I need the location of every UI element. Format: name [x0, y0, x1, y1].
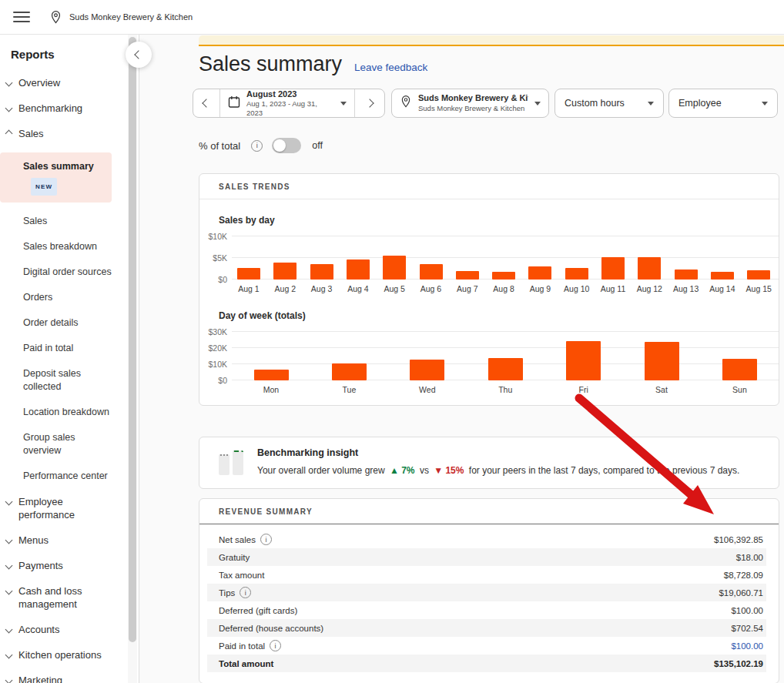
bar-aug-11[interactable] — [601, 257, 625, 280]
x-axis-label: Aug 8 — [493, 284, 514, 293]
info-icon[interactable]: i — [251, 140, 263, 152]
sidebar-item-label: Location breakdown — [23, 406, 131, 419]
row-label: Paid in total — [219, 641, 265, 651]
previous-period-button[interactable] — [193, 89, 219, 117]
sidebar-item-sales[interactable]: Sales — [0, 127, 122, 140]
sidebar-item-marketing[interactable]: Marketing — [0, 674, 122, 683]
sidebar-item-sales[interactable]: Sales — [0, 215, 131, 228]
bar-aug-4[interactable] — [347, 259, 370, 280]
caret-down-icon — [648, 102, 654, 105]
x-axis-label: Aug 12 — [637, 284, 662, 293]
next-period-button[interactable] — [355, 89, 384, 117]
bar-aug-8[interactable] — [492, 272, 515, 280]
gridline — [232, 347, 779, 348]
sidebar-item-kitchen-operations[interactable]: Kitchen operations — [0, 648, 122, 661]
sidebar-item-payments[interactable]: Payments — [0, 559, 122, 572]
sidebar-item-label: Orders — [23, 291, 131, 304]
sidebar-item-order-details[interactable]: Order details — [0, 316, 131, 330]
chevron-down-icon — [5, 626, 13, 634]
sidebar-item-group-sales-overview[interactable]: Group salesoverview — [0, 431, 131, 457]
bar-aug-7[interactable] — [456, 271, 479, 280]
sidebar-collapse-button[interactable] — [126, 42, 152, 68]
percent-of-total-toggle[interactable] — [272, 138, 301, 153]
sidebar-item-label: Order details — [23, 316, 131, 330]
leave-feedback-link[interactable]: Leave feedback — [354, 62, 427, 73]
bar-aug-5[interactable] — [383, 256, 406, 280]
sidebar-item-label: Kitchen operations — [18, 648, 102, 661]
benchmark-insight-card: Benchmarking insight Your overall order … — [199, 437, 779, 489]
x-axis-label: Aug 2 — [275, 284, 296, 293]
bar-aug-9[interactable] — [528, 266, 551, 280]
sidebar-item-location-breakdown[interactable]: Location breakdown — [0, 406, 131, 419]
bar-mon[interactable] — [254, 370, 289, 380]
bar-aug-6[interactable] — [420, 264, 443, 280]
sidebar-item-sales-breakdown[interactable]: Sales breakdown — [0, 240, 131, 253]
info-icon[interactable]: i — [240, 587, 251, 598]
bar-aug-14[interactable] — [711, 272, 734, 280]
sidebar-item-label: Sales summary — [23, 160, 112, 173]
bar-tue[interactable] — [332, 363, 367, 380]
bar-fri[interactable] — [566, 341, 601, 380]
hamburger-menu-icon[interactable] — [13, 12, 30, 22]
percent-of-total-label: % of total — [199, 140, 240, 152]
bar-aug-12[interactable] — [638, 257, 661, 280]
sidebar-title: Reports — [0, 34, 139, 61]
bar-aug-2[interactable] — [273, 263, 297, 280]
sidebar-item-sales-summary[interactable]: Sales summaryNEW — [0, 152, 112, 203]
x-axis-label: Tue — [343, 385, 357, 394]
date-range-title: August 2023 — [246, 89, 334, 99]
info-icon[interactable]: i — [270, 640, 281, 651]
sidebar-item-label: Paid in total — [23, 342, 131, 355]
bar-sat[interactable] — [645, 342, 679, 380]
location-filter-title: Suds Monkey Brewery & Kitchen — [418, 93, 528, 104]
x-axis-label: Aug 7 — [457, 284, 477, 293]
row-value: $106,392.85 — [714, 535, 763, 544]
percent-of-total-row: % of total i off — [199, 138, 779, 153]
revenue-row-deferred-house-accounts: Deferred (house accounts)$702.54 — [207, 619, 766, 637]
x-axis-label: Thu — [498, 385, 512, 394]
sidebar-item-performance-center[interactable]: Performance center — [0, 470, 131, 483]
sidebar-item-label: Overview — [18, 76, 60, 89]
y-tick-label: $10K — [199, 232, 227, 241]
row-value: $19,060.71 — [719, 588, 763, 598]
sidebar-item-menus[interactable]: Menus — [0, 534, 122, 547]
custom-hours-dropdown[interactable]: Custom hours — [554, 89, 664, 118]
revenue-row-tax-amount: Tax amount$8,728.09 — [207, 566, 766, 584]
current-location-label[interactable]: Suds Monkey Brewery & Kitchen — [69, 12, 193, 22]
date-range-dropdown[interactable]: August 2023 Aug 1, 2023 - Aug 31, 2023 — [219, 89, 355, 117]
employee-dropdown[interactable]: Employee — [668, 89, 778, 118]
chevron-down-icon — [5, 651, 13, 659]
bar-aug-10[interactable] — [565, 268, 588, 280]
bar-aug-15[interactable] — [747, 270, 770, 280]
sales-trends-card: SALES TRENDS Sales by day $0$5K$10K Aug … — [199, 173, 779, 406]
bar-sun[interactable] — [722, 359, 757, 380]
revenue-row-net-sales: Net salesi$106,392.85 — [207, 531, 766, 548]
sidebar-item-orders[interactable]: Orders — [0, 291, 131, 304]
sidebar-scrollbar-thumb[interactable] — [129, 37, 136, 642]
sidebar-item-digital-order-sources[interactable]: Digital order sources — [0, 266, 131, 279]
x-axis-label: Mon — [263, 385, 279, 394]
sidebar-item-overview[interactable]: Overview — [0, 76, 122, 89]
bar-aug-3[interactable] — [310, 264, 333, 280]
chevron-down-icon — [5, 105, 13, 112]
sidebar-item-benchmarking[interactable]: Benchmarking — [0, 102, 122, 115]
chevron-left-icon — [134, 50, 142, 59]
bar-aug-1[interactable] — [237, 268, 260, 280]
sidebar-item-accounts[interactable]: Accounts — [0, 623, 122, 636]
sidebar-item-label: Payments — [18, 559, 63, 572]
revenue-summary-card: REVENUE SUMMARY Net salesi$106,392.85Gra… — [199, 498, 779, 683]
reports-sidebar: Reports OverviewBenchmarkingSalesSales s… — [0, 34, 139, 683]
row-value[interactable]: $100.00 — [731, 641, 763, 651]
sidebar-item-paid-in-total[interactable]: Paid in total — [0, 342, 131, 355]
sidebar-item-cash-and-loss-management[interactable]: Cash and lossmanagement — [0, 584, 122, 611]
sidebar-item-employee-performance[interactable]: Employeeperformance — [0, 495, 122, 521]
x-axis-label: Aug 15 — [746, 284, 772, 293]
info-icon[interactable]: i — [260, 534, 272, 545]
sidebar-item-deposit-sales-collected[interactable]: Deposit salescollected — [0, 367, 131, 393]
new-badge: NEW — [31, 178, 57, 196]
location-filter-dropdown[interactable]: Suds Monkey Brewery & Kitchen Suds Monke… — [391, 89, 549, 118]
sidebar-item-label: Deposit salescollected — [23, 367, 131, 393]
bar-aug-13[interactable] — [675, 270, 698, 280]
bar-thu[interactable] — [488, 358, 523, 380]
bar-wed[interactable] — [410, 360, 444, 380]
